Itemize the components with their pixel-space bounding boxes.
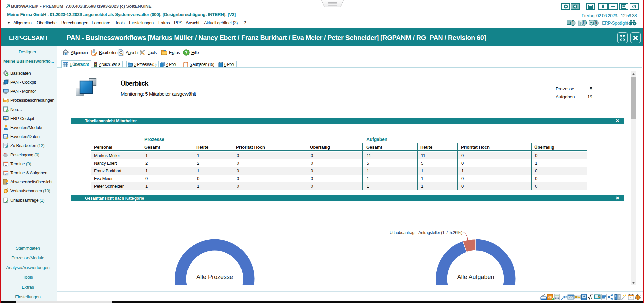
- svg-text:@: @: [548, 295, 552, 299]
- svg-text:1: 1: [572, 21, 574, 25]
- svg-text:1: 1: [5, 163, 7, 166]
- svg-text:A: A: [598, 295, 600, 299]
- svg-text:11: 11: [582, 21, 586, 25]
- svg-text:1: 1: [630, 296, 632, 300]
- svg-text:x: x: [591, 296, 592, 300]
- svg-text:0: 0: [595, 21, 597, 25]
- svg-text:?: ?: [185, 50, 187, 55]
